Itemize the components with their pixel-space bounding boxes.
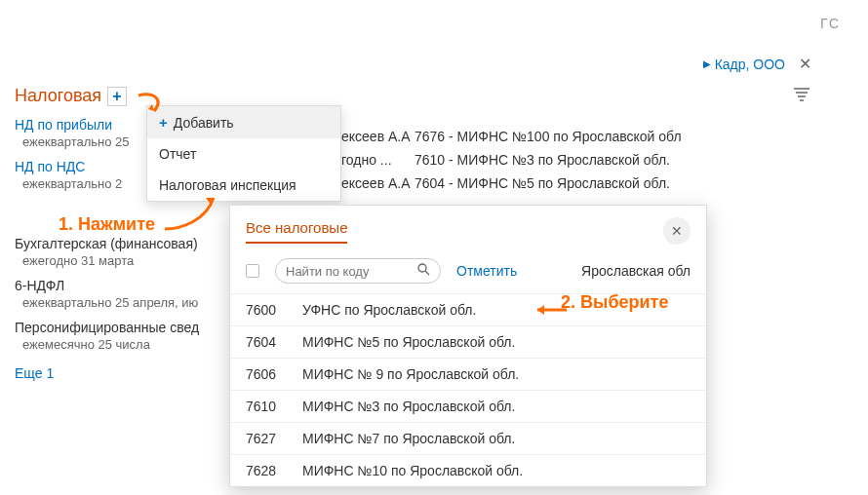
dropdown-header: + Добавить xyxy=(147,106,340,138)
list-item[interactable]: 7600УФНС по Ярославской обл. xyxy=(230,293,706,325)
dropdown-title: Добавить xyxy=(174,115,234,131)
tax-name: МИФНС № 9 по Ярославской обл. xyxy=(302,366,519,382)
fns-cell: 7676 - МИФНС №100 по Ярославской обл xyxy=(414,125,682,148)
list-item[interactable]: 7627МИФНС №7 по Ярославской обл. xyxy=(230,422,706,454)
select-all-checkbox[interactable] xyxy=(246,264,259,278)
tax-name: МИФНС №3 по Ярославской обл. xyxy=(302,399,515,414)
dropdown-item-report[interactable]: Отчет xyxy=(147,138,340,170)
tax-name: МИФНС №5 по Ярославской обл. xyxy=(302,334,515,350)
tax-office-popup: Все налоговые ✕ Отметить Ярославская обл… xyxy=(229,205,707,487)
add-button[interactable]: + xyxy=(107,87,127,106)
tax-code: 7610 xyxy=(246,399,285,414)
dropdown-item-tax-office[interactable]: Налоговая инспекция xyxy=(147,170,340,201)
list-item[interactable]: 7628МИФНС №10 по Ярославской обл. xyxy=(230,454,706,486)
search-input[interactable] xyxy=(286,264,412,279)
show-more-link[interactable]: Еще 1 xyxy=(15,365,54,381)
tax-code: 7627 xyxy=(246,431,285,446)
caret-right-icon: ▶ xyxy=(703,58,711,69)
filter-icon[interactable] xyxy=(794,88,809,104)
tax-name: УФНС по Ярославской обл. xyxy=(302,302,476,318)
tax-office-list: 7600УФНС по Ярославской обл. 7604МИФНС №… xyxy=(230,293,706,486)
responsible-cell: годно ... xyxy=(341,148,411,171)
tax-code: 7600 xyxy=(246,302,285,318)
tax-name: МИФНС №7 по Ярославской обл. xyxy=(302,431,515,446)
list-item[interactable]: 7606МИФНС № 9 по Ярославской обл. xyxy=(230,358,706,390)
list-item[interactable]: 7610МИФНС №3 по Ярославской обл. xyxy=(230,390,706,422)
close-icon[interactable]: ✕ xyxy=(799,55,811,73)
tax-code: 7606 xyxy=(246,366,285,382)
tax-code: 7628 xyxy=(246,463,285,478)
search-icon[interactable] xyxy=(417,263,430,279)
popup-close-button[interactable]: ✕ xyxy=(663,217,690,245)
list-item[interactable]: 7604МИФНС №5 по Ярославской обл. xyxy=(230,325,706,358)
user-initials: ГС xyxy=(820,16,841,31)
fns-cell: 7604 - МИФНС №5 по Ярославской обл. xyxy=(414,171,682,195)
search-field[interactable] xyxy=(275,258,441,284)
responsible-cell: ексеев А.А xyxy=(341,125,411,148)
svg-line-1 xyxy=(425,271,429,275)
popup-title: Все налоговые xyxy=(246,219,347,244)
org-name: Кадр, ООО xyxy=(715,57,785,72)
mark-link[interactable]: Отметить xyxy=(456,263,517,279)
tax-code: 7604 xyxy=(246,334,285,350)
tax-name: МИФНС №10 по Ярославской обл. xyxy=(302,463,523,478)
org-selector[interactable]: ▶ Кадр, ООО xyxy=(703,57,785,72)
add-dropdown: + Добавить Отчет Налоговая инспекция xyxy=(146,105,341,202)
region-label[interactable]: Ярославская обл xyxy=(581,263,690,279)
page-title: Налоговая xyxy=(15,86,101,106)
responsible-cell: ексеев А.А xyxy=(341,171,411,195)
svg-point-0 xyxy=(418,264,426,272)
fns-cell: 7610 - МИФНС №3 по Ярославской обл. xyxy=(414,148,682,171)
